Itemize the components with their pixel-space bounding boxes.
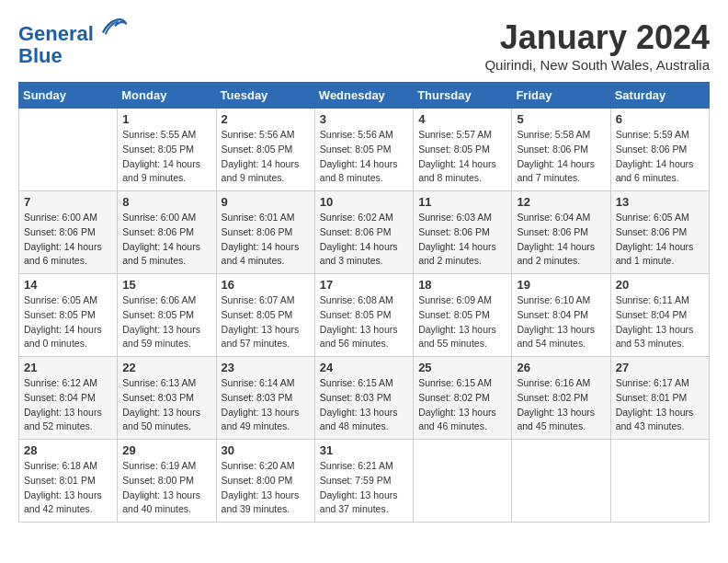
day-number: 28 xyxy=(24,443,112,457)
day-number: 10 xyxy=(320,195,408,209)
calendar-cell: 20Sunrise: 6:11 AM Sunset: 8:04 PM Dayli… xyxy=(610,274,709,357)
calendar-cell xyxy=(512,440,610,523)
calendar-cell: 8Sunrise: 6:00 AM Sunset: 8:06 PM Daylig… xyxy=(118,191,216,274)
day-info: Sunrise: 6:10 AM Sunset: 8:04 PM Dayligh… xyxy=(517,293,605,351)
calendar-cell: 6Sunrise: 5:59 AM Sunset: 8:06 PM Daylig… xyxy=(610,109,709,191)
day-info: Sunrise: 5:55 AM Sunset: 8:05 PM Dayligh… xyxy=(122,128,210,186)
day-number: 13 xyxy=(616,195,704,209)
header-day-thursday: Thursday xyxy=(414,83,512,109)
calendar-cell: 5Sunrise: 5:58 AM Sunset: 8:06 PM Daylig… xyxy=(512,109,610,191)
day-info: Sunrise: 6:20 AM Sunset: 8:00 PM Dayligh… xyxy=(222,459,310,517)
day-number: 11 xyxy=(418,195,506,209)
calendar-cell: 28Sunrise: 6:18 AM Sunset: 8:01 PM Dayli… xyxy=(19,440,118,523)
day-number: 23 xyxy=(222,361,310,374)
day-info: Sunrise: 5:57 AM Sunset: 8:05 PM Dayligh… xyxy=(418,128,506,186)
logo: General Blue xyxy=(18,18,127,67)
day-number: 12 xyxy=(517,195,605,209)
day-number: 24 xyxy=(320,361,408,374)
day-number: 9 xyxy=(222,195,310,209)
calendar-cell: 7Sunrise: 6:00 AM Sunset: 8:06 PM Daylig… xyxy=(19,191,118,274)
calendar-cell: 17Sunrise: 6:08 AM Sunset: 8:05 PM Dayli… xyxy=(314,274,413,357)
day-number: 14 xyxy=(24,278,112,292)
header-day-monday: Monday xyxy=(118,83,216,109)
calendar-cell: 31Sunrise: 6:21 AM Sunset: 7:59 PM Dayli… xyxy=(314,440,413,523)
day-info: Sunrise: 6:08 AM Sunset: 8:05 PM Dayligh… xyxy=(320,293,408,351)
location-text: Quirindi, New South Wales, Australia xyxy=(484,57,710,73)
logo-text: General xyxy=(18,18,127,45)
calendar-cell: 14Sunrise: 6:05 AM Sunset: 8:05 PM Dayli… xyxy=(19,274,118,357)
day-info: Sunrise: 5:58 AM Sunset: 8:06 PM Dayligh… xyxy=(517,128,605,186)
header-row: SundayMondayTuesdayWednesdayThursdayFrid… xyxy=(19,83,710,109)
day-info: Sunrise: 6:15 AM Sunset: 8:03 PM Dayligh… xyxy=(320,376,408,434)
day-info: Sunrise: 5:56 AM Sunset: 8:05 PM Dayligh… xyxy=(222,128,310,186)
day-info: Sunrise: 6:00 AM Sunset: 8:06 PM Dayligh… xyxy=(24,211,112,269)
day-number: 25 xyxy=(418,361,506,374)
day-info: Sunrise: 6:06 AM Sunset: 8:05 PM Dayligh… xyxy=(122,293,210,351)
day-number: 16 xyxy=(222,278,310,292)
day-info: Sunrise: 6:05 AM Sunset: 8:06 PM Dayligh… xyxy=(616,211,704,269)
calendar-cell: 10Sunrise: 6:02 AM Sunset: 8:06 PM Dayli… xyxy=(314,191,413,274)
calendar-table: SundayMondayTuesdayWednesdayThursdayFrid… xyxy=(18,82,710,523)
week-row-3: 14Sunrise: 6:05 AM Sunset: 8:05 PM Dayli… xyxy=(19,274,710,357)
day-number: 22 xyxy=(122,361,210,374)
calendar-cell: 12Sunrise: 6:04 AM Sunset: 8:06 PM Dayli… xyxy=(512,191,610,274)
day-number: 19 xyxy=(517,278,605,292)
calendar-cell: 26Sunrise: 6:16 AM Sunset: 8:02 PM Dayli… xyxy=(512,357,610,440)
day-info: Sunrise: 6:07 AM Sunset: 8:05 PM Dayligh… xyxy=(222,293,310,351)
day-number: 8 xyxy=(122,195,210,209)
day-number: 20 xyxy=(616,278,704,292)
day-info: Sunrise: 6:18 AM Sunset: 8:01 PM Dayligh… xyxy=(24,459,112,517)
page-header: General Blue January 2024 Quirindi, New … xyxy=(18,18,710,73)
day-number: 2 xyxy=(222,112,310,126)
day-info: Sunrise: 6:04 AM Sunset: 8:06 PM Dayligh… xyxy=(517,211,605,269)
calendar-cell: 24Sunrise: 6:15 AM Sunset: 8:03 PM Dayli… xyxy=(314,357,413,440)
day-number: 21 xyxy=(24,361,112,374)
day-info: Sunrise: 6:03 AM Sunset: 8:06 PM Dayligh… xyxy=(418,211,506,269)
day-number: 5 xyxy=(517,112,605,126)
day-info: Sunrise: 5:59 AM Sunset: 8:06 PM Dayligh… xyxy=(616,128,704,186)
calendar-cell: 9Sunrise: 6:01 AM Sunset: 8:06 PM Daylig… xyxy=(216,191,314,274)
day-number: 31 xyxy=(320,443,408,457)
week-row-4: 21Sunrise: 6:12 AM Sunset: 8:04 PM Dayli… xyxy=(19,357,710,440)
calendar-cell: 19Sunrise: 6:10 AM Sunset: 8:04 PM Dayli… xyxy=(512,274,610,357)
day-info: Sunrise: 6:16 AM Sunset: 8:02 PM Dayligh… xyxy=(517,376,605,434)
day-number: 26 xyxy=(517,361,605,374)
day-number: 29 xyxy=(122,443,210,457)
calendar-cell: 13Sunrise: 6:05 AM Sunset: 8:06 PM Dayli… xyxy=(610,191,709,274)
day-info: Sunrise: 6:12 AM Sunset: 8:04 PM Dayligh… xyxy=(24,376,112,434)
day-info: Sunrise: 6:15 AM Sunset: 8:02 PM Dayligh… xyxy=(418,376,506,434)
day-number: 1 xyxy=(122,112,210,126)
calendar-cell: 30Sunrise: 6:20 AM Sunset: 8:00 PM Dayli… xyxy=(216,440,314,523)
day-number: 4 xyxy=(418,112,506,126)
day-info: Sunrise: 6:05 AM Sunset: 8:05 PM Dayligh… xyxy=(24,293,112,351)
day-info: Sunrise: 6:13 AM Sunset: 8:03 PM Dayligh… xyxy=(122,376,210,434)
title-block: January 2024 Quirindi, New South Wales, … xyxy=(484,18,710,73)
calendar-cell xyxy=(19,109,118,191)
header-day-friday: Friday xyxy=(512,83,610,109)
day-info: Sunrise: 6:14 AM Sunset: 8:03 PM Dayligh… xyxy=(222,376,310,434)
day-number: 18 xyxy=(418,278,506,292)
day-number: 3 xyxy=(320,112,408,126)
calendar-cell: 3Sunrise: 5:56 AM Sunset: 8:05 PM Daylig… xyxy=(314,109,413,191)
logo-bird-icon xyxy=(101,15,127,40)
calendar-cell: 15Sunrise: 6:06 AM Sunset: 8:05 PM Dayli… xyxy=(118,274,216,357)
calendar-cell: 21Sunrise: 6:12 AM Sunset: 8:04 PM Dayli… xyxy=(19,357,118,440)
day-info: Sunrise: 6:21 AM Sunset: 7:59 PM Dayligh… xyxy=(320,459,408,517)
calendar-cell: 16Sunrise: 6:07 AM Sunset: 8:05 PM Dayli… xyxy=(216,274,314,357)
day-number: 27 xyxy=(616,361,704,374)
day-info: Sunrise: 6:17 AM Sunset: 8:01 PM Dayligh… xyxy=(616,376,704,434)
day-number: 15 xyxy=(122,278,210,292)
week-row-2: 7Sunrise: 6:00 AM Sunset: 8:06 PM Daylig… xyxy=(19,191,710,274)
day-info: Sunrise: 6:01 AM Sunset: 8:06 PM Dayligh… xyxy=(222,211,310,269)
day-info: Sunrise: 6:00 AM Sunset: 8:06 PM Dayligh… xyxy=(122,211,210,269)
calendar-cell xyxy=(610,440,709,523)
calendar-cell: 11Sunrise: 6:03 AM Sunset: 8:06 PM Dayli… xyxy=(414,191,512,274)
header-day-wednesday: Wednesday xyxy=(314,83,413,109)
calendar-cell: 1Sunrise: 5:55 AM Sunset: 8:05 PM Daylig… xyxy=(118,109,216,191)
week-row-1: 1Sunrise: 5:55 AM Sunset: 8:05 PM Daylig… xyxy=(19,109,710,191)
calendar-cell: 2Sunrise: 5:56 AM Sunset: 8:05 PM Daylig… xyxy=(216,109,314,191)
calendar-cell: 23Sunrise: 6:14 AM Sunset: 8:03 PM Dayli… xyxy=(216,357,314,440)
header-day-saturday: Saturday xyxy=(610,83,709,109)
day-number: 7 xyxy=(24,195,112,209)
day-info: Sunrise: 6:02 AM Sunset: 8:06 PM Dayligh… xyxy=(320,211,408,269)
